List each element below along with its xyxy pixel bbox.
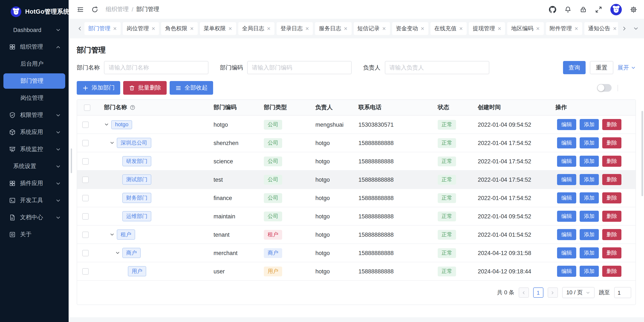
add-button[interactable]: 添加 xyxy=(580,137,599,148)
tree-expand-icon[interactable] xyxy=(115,250,122,255)
edit-button[interactable]: 编辑 xyxy=(557,192,576,203)
sidebar-item-8[interactable]: 系统设置 xyxy=(4,159,65,174)
sidebar-item-5[interactable]: 权限管理 xyxy=(4,108,65,123)
tab-close-icon[interactable]: ✕ xyxy=(536,26,540,31)
add-button[interactable]: 添加 xyxy=(580,119,599,130)
department-name-chip[interactable]: 深圳总公司 xyxy=(117,138,151,148)
row-checkbox[interactable] xyxy=(82,140,89,146)
add-button[interactable]: 添加 xyxy=(580,211,599,222)
add-button[interactable]: 添加 xyxy=(580,266,599,277)
delete-button[interactable]: 删除 xyxy=(602,174,622,185)
department-name-chip[interactable]: 测试部门 xyxy=(122,174,151,185)
edit-button[interactable]: 编辑 xyxy=(557,211,576,222)
add-button[interactable]: 添加 xyxy=(580,156,599,167)
delete-button[interactable]: 删除 xyxy=(602,211,622,222)
tab-5[interactable]: 登录日志✕ xyxy=(276,22,313,35)
user-avatar[interactable] xyxy=(610,4,622,15)
sidebar-item-9[interactable]: 插件应用 xyxy=(4,176,65,191)
sidebar-item-12[interactable]: 关于 xyxy=(4,227,65,242)
delete-button[interactable]: 删除 xyxy=(602,119,622,130)
github-icon[interactable] xyxy=(549,6,556,13)
tab-close-icon[interactable]: ✕ xyxy=(574,26,578,31)
sidebar-item-11[interactable]: 文档中心 xyxy=(4,210,65,225)
delete-button[interactable]: 删除 xyxy=(602,137,622,148)
app-logo[interactable]: HotGo管理系统 xyxy=(0,0,68,19)
tree-expand-icon[interactable] xyxy=(110,140,117,145)
row-checkbox[interactable] xyxy=(82,121,89,128)
striped-toggle[interactable] xyxy=(597,84,612,92)
edit-button[interactable]: 编辑 xyxy=(557,247,576,258)
edit-button[interactable]: 编辑 xyxy=(557,156,576,167)
tab-1[interactable]: 岗位管理✕ xyxy=(123,22,159,35)
tab-6[interactable]: 服务日志✕ xyxy=(315,22,352,35)
tab-12[interactable]: 附件管理✕ xyxy=(546,22,582,35)
tab-7[interactable]: 短信记录✕ xyxy=(354,22,390,35)
add-button[interactable]: 添加 xyxy=(580,192,599,203)
tab-10[interactable]: 提现管理✕ xyxy=(469,22,505,35)
add-button[interactable]: 添加 xyxy=(580,229,599,240)
sidebar-scrollbar-thumb[interactable] xyxy=(71,148,72,173)
sidebar-item-3[interactable]: 部门管理 xyxy=(4,73,65,89)
tab-3[interactable]: 菜单权限✕ xyxy=(200,22,236,35)
delete-button[interactable]: 删除 xyxy=(602,266,622,277)
tab-2[interactable]: 角色权限✕ xyxy=(161,22,198,35)
tab-close-icon[interactable]: ✕ xyxy=(190,26,194,31)
select-all-checkbox[interactable] xyxy=(84,104,90,111)
row-checkbox[interactable] xyxy=(82,250,89,256)
delete-button[interactable]: 删除 xyxy=(602,192,622,203)
department-name-chip[interactable]: 运维部门 xyxy=(122,211,151,221)
tabs-scroll-right-icon[interactable] xyxy=(622,26,628,32)
sidebar-item-6[interactable]: 系统应用 xyxy=(4,125,65,140)
department-name-chip[interactable]: 租户 xyxy=(117,229,135,240)
sidebar-item-4[interactable]: 岗位管理 xyxy=(4,90,65,106)
fullscreen-icon[interactable] xyxy=(595,6,602,13)
query-button[interactable]: 查询 xyxy=(563,61,586,74)
prev-page-button[interactable] xyxy=(518,287,529,298)
add-button[interactable]: 添加 xyxy=(580,247,599,258)
department-name-chip[interactable]: 商户 xyxy=(122,248,141,258)
next-page-button[interactable] xyxy=(548,287,558,298)
lock-icon[interactable] xyxy=(580,6,587,13)
edit-button[interactable]: 编辑 xyxy=(557,137,576,148)
settings-gear-icon[interactable] xyxy=(630,6,637,13)
page-scrollbar-thumb[interactable] xyxy=(642,111,643,196)
refresh-icon[interactable] xyxy=(91,6,98,13)
delete-button[interactable]: 删除 xyxy=(602,156,622,167)
batch-delete-button[interactable]: 批量删除 xyxy=(123,81,167,95)
sidebar-item-7[interactable]: 系统监控 xyxy=(4,142,65,157)
breadcrumb-section[interactable]: 组织管理 xyxy=(106,6,129,13)
bell-icon[interactable] xyxy=(564,6,572,13)
tab-close-icon[interactable]: ✕ xyxy=(267,26,271,31)
sidebar-item-1[interactable]: 组织管理 xyxy=(4,39,65,55)
delete-button[interactable]: 删除 xyxy=(602,229,622,240)
tab-close-icon[interactable]: ✕ xyxy=(344,26,348,31)
expand-toggle[interactable]: 展开 xyxy=(618,64,636,72)
sidebar-item-0[interactable]: Dashboard xyxy=(4,22,65,38)
edit-button[interactable]: 编辑 xyxy=(557,119,576,130)
edit-button[interactable]: 编辑 xyxy=(557,174,576,185)
department-name-chip[interactable]: hotgo xyxy=(111,120,132,129)
search-input-0[interactable] xyxy=(104,61,208,74)
tab-close-icon[interactable]: ✕ xyxy=(305,26,309,31)
department-name-chip[interactable]: 研发部门 xyxy=(122,156,151,166)
row-checkbox[interactable] xyxy=(82,213,89,219)
department-name-chip[interactable]: 用户 xyxy=(128,266,146,276)
collapse-all-button[interactable]: 全部收起 xyxy=(170,81,213,95)
row-checkbox[interactable] xyxy=(82,195,89,201)
search-input-1[interactable] xyxy=(247,61,352,74)
tab-9[interactable]: 在线充值✕ xyxy=(430,22,467,35)
page-size-select[interactable]: 10 / 页 xyxy=(562,287,594,298)
tab-close-icon[interactable]: ✕ xyxy=(113,26,117,31)
tab-13[interactable]: 通知公告✕ xyxy=(584,22,618,35)
delete-button[interactable]: 删除 xyxy=(602,247,622,258)
tab-close-icon[interactable]: ✕ xyxy=(421,26,424,31)
row-checkbox[interactable] xyxy=(82,158,89,164)
tab-close-icon[interactable]: ✕ xyxy=(613,26,617,31)
edit-button[interactable]: 编辑 xyxy=(557,266,576,277)
search-input-2[interactable] xyxy=(385,61,489,74)
tabs-scroll-left-icon[interactable] xyxy=(77,26,83,32)
row-checkbox[interactable] xyxy=(82,268,89,274)
tab-0[interactable]: 部门管理✕ xyxy=(84,22,120,35)
sidebar-item-2[interactable]: 后台用户 xyxy=(4,56,65,72)
tab-close-icon[interactable]: ✕ xyxy=(382,26,386,31)
